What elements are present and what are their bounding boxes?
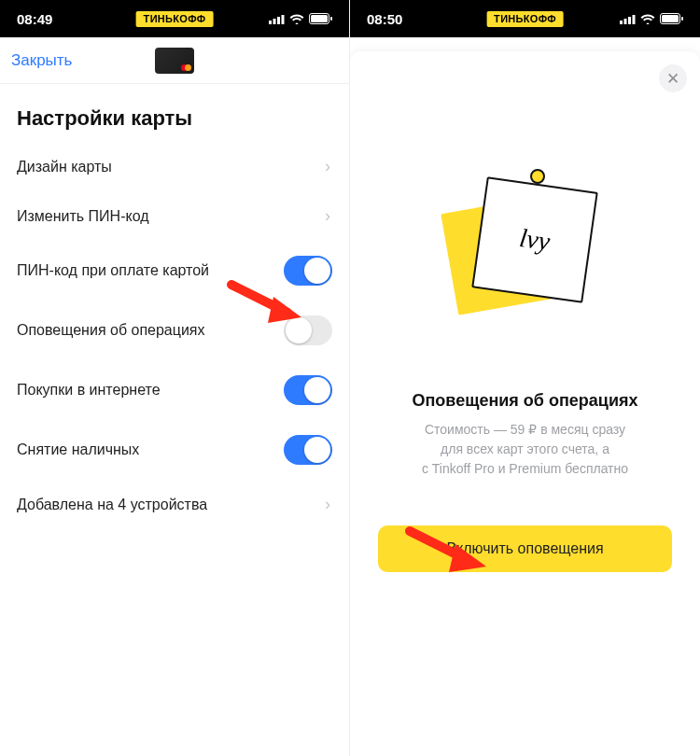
- chevron-right-icon: ›: [325, 157, 332, 176]
- wifi-icon: [640, 11, 655, 27]
- svg-rect-13: [681, 17, 683, 21]
- row-notifications: Оповещения об операциях: [17, 301, 332, 360]
- brand-badge: ТИНЬКОФФ: [486, 11, 564, 27]
- toggle-pin-on-pay[interactable]: [284, 256, 332, 286]
- status-bar: 08:49 ТИНЬКОФФ: [0, 0, 349, 37]
- svg-rect-12: [662, 15, 679, 22]
- toggle-notifications[interactable]: [284, 315, 332, 345]
- mastercard-icon: [181, 64, 191, 71]
- row-label: Добавлена на 4 устройства: [17, 497, 207, 513]
- card-thumbnail[interactable]: [155, 48, 194, 74]
- section-title: Настройки карты: [17, 106, 332, 131]
- battery-icon: [660, 11, 683, 27]
- status-indicators: [620, 11, 683, 27]
- close-icon: ✕: [666, 71, 679, 87]
- svg-rect-1: [273, 19, 276, 24]
- sticky-note-illustration: lvy: [441, 167, 609, 335]
- chevron-right-icon: ›: [325, 495, 332, 514]
- svg-rect-2: [277, 17, 280, 24]
- svg-rect-9: [628, 17, 631, 24]
- settings-section: Настройки карты Дизайн карты › Изменить …: [0, 84, 349, 529]
- row-label: Снятие наличных: [17, 441, 139, 458]
- offer-modal: ✕ lvy Оповещения об операциях Стоимость …: [350, 51, 700, 756]
- sheet-header: Закрыть: [0, 37, 349, 84]
- svg-rect-7: [620, 21, 623, 24]
- svg-rect-8: [624, 19, 627, 24]
- enable-notifications-button[interactable]: Включить оповещения: [378, 525, 672, 572]
- row-card-design[interactable]: Дизайн карты ›: [17, 142, 332, 191]
- svg-rect-0: [269, 21, 272, 24]
- svg-rect-3: [282, 15, 285, 24]
- row-label: Изменить ПИН-код: [17, 208, 149, 225]
- wifi-icon: [289, 11, 304, 27]
- row-devices[interactable]: Добавлена на 4 устройства ›: [17, 480, 332, 529]
- close-button[interactable]: ✕: [659, 64, 687, 92]
- row-cash-withdrawal: Снятие наличных: [17, 420, 332, 480]
- status-indicators: [269, 11, 332, 27]
- modal-description: Стоимость — 59 ₽ в месяц сразу для всех …: [367, 420, 683, 479]
- row-label: Покупки в интернете: [17, 382, 161, 399]
- row-label: Оповещения об операциях: [17, 322, 205, 339]
- status-time: 08:49: [17, 11, 52, 27]
- row-internet-purchases: Покупки в интернете: [17, 360, 332, 420]
- close-button[interactable]: Закрыть: [11, 51, 72, 70]
- cellular-icon: [269, 11, 285, 27]
- status-bar: 08:50 ТИНЬКОФФ: [350, 0, 700, 37]
- row-change-pin[interactable]: Изменить ПИН-код ›: [17, 191, 332, 241]
- row-label: ПИН-код при оплате картой: [17, 262, 209, 279]
- toggle-cash-withdrawal[interactable]: [284, 435, 332, 465]
- row-pin-on-pay: ПИН-код при оплате картой: [17, 241, 332, 301]
- chevron-right-icon: ›: [325, 206, 332, 226]
- cellular-icon: [620, 11, 636, 27]
- battery-icon: [309, 11, 332, 27]
- toggle-internet-purchases[interactable]: [284, 375, 332, 405]
- screen-notifications-offer: 08:50 ТИНЬКОФФ ✕ lvy Оповещения об опера…: [350, 0, 700, 756]
- row-label: Дизайн карты: [17, 159, 112, 175]
- screen-card-settings: 08:49 ТИНЬКОФФ Закрыть Настройки карты Д…: [0, 0, 350, 756]
- modal-title: Оповещения об операциях: [367, 391, 683, 411]
- svg-rect-10: [633, 15, 636, 24]
- status-time: 08:50: [367, 11, 402, 27]
- svg-rect-5: [311, 15, 328, 22]
- svg-rect-6: [330, 17, 332, 21]
- brand-badge: ТИНЬКОФФ: [136, 11, 214, 27]
